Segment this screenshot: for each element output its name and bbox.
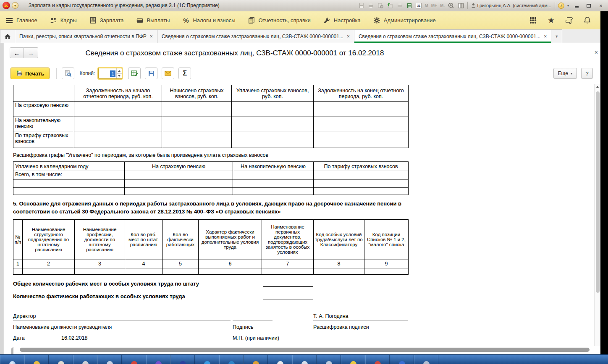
table-edit-icon [131, 70, 138, 77]
print-button[interactable]: Печать [10, 68, 50, 79]
home-icon [4, 34, 11, 39]
apps-grid-icon[interactable] [529, 16, 537, 24]
menu-item-administration[interactable]: Администрирование [373, 17, 436, 24]
scroll-up-icon[interactable] [595, 84, 600, 90]
tab-szv-2-active[interactable]: Сведения о страховом стаже застрахованны… [354, 29, 551, 43]
edit-table-button[interactable] [128, 68, 141, 79]
start-button[interactable] [0, 354, 24, 364]
minimize-button[interactable] [572, 2, 581, 9]
taskbar-app-icon[interactable] [365, 354, 390, 364]
memory-mminus-icon[interactable]: M- [440, 3, 445, 8]
more-button[interactable]: Еще ▾ [553, 68, 577, 79]
column-number-cell: 1 [13, 260, 23, 268]
taskbar-app-icon[interactable] [146, 354, 170, 364]
memory-m-icon[interactable]: M [425, 3, 428, 8]
taskbar-app-icon[interactable] [341, 354, 365, 364]
menu-item-payments[interactable]: Выплаты [136, 17, 170, 24]
notifications-bell-icon[interactable] [583, 16, 591, 24]
table-cell [232, 132, 314, 148]
info-icon[interactable]: i [558, 3, 564, 9]
forward-button[interactable]: → [24, 47, 38, 58]
copies-down-icon[interactable] [117, 73, 122, 79]
early-pension-table: № п/п Наименование структурного подразде… [13, 219, 409, 275]
copies-stepper[interactable]: 1 [98, 68, 122, 79]
close-form-icon[interactable]: × [595, 49, 598, 56]
menu-item-taxes[interactable]: % Налоги и взносы [182, 17, 235, 24]
position-field: Директор [13, 313, 231, 320]
current-user[interactable]: Григорьянц А.А. (системный адм... [467, 2, 555, 9]
sum-button[interactable]: Σ [178, 68, 191, 79]
table-cell [233, 188, 314, 195]
taskbar-app-icon[interactable] [24, 354, 49, 364]
taskbar-app-icon[interactable] [390, 354, 414, 364]
vertical-scroll-thumb[interactable] [596, 91, 600, 293]
send-email-button[interactable] [162, 68, 174, 79]
calendar-icon[interactable]: 31 [416, 3, 422, 8]
taskbar-app-icon[interactable] [73, 354, 97, 364]
copies-value[interactable]: 1 [99, 68, 116, 78]
info-caret-icon[interactable]: ▾ [567, 4, 569, 8]
table-cell [364, 268, 409, 274]
load-file-icon[interactable] [387, 3, 393, 8]
spreadsheet-document[interactable]: Задолженность на начало отчетного период… [4, 82, 608, 354]
memory-mplus-icon[interactable]: M+ [431, 3, 437, 8]
zoom-icon[interactable] [448, 3, 455, 8]
table-header-cell: Наименование структурного подразделения … [23, 219, 75, 260]
table-header-cell: Код позиции Списков № 1 и 2, "малого" сп… [364, 219, 409, 260]
history-icon[interactable] [565, 16, 573, 24]
taskbar-app-icon[interactable] [414, 354, 438, 364]
vertical-scrollbar[interactable] [594, 84, 600, 346]
tab-close-icon[interactable]: × [347, 34, 350, 39]
taskbar-app-icon[interactable] [195, 354, 219, 364]
save-button[interactable] [145, 68, 157, 79]
print-settings-icon[interactable] [396, 3, 403, 8]
column-number-cell: 3 [75, 260, 125, 268]
tab-szv-1[interactable]: Сведения о страховом стаже застрахованны… [157, 29, 354, 43]
close-window-button[interactable]: × [596, 2, 605, 9]
tab-packs-registers[interactable]: Пачки, реестры, описи квартальной отчетн… [15, 29, 157, 43]
taskbar-app-icon[interactable] [49, 354, 73, 364]
menu-item-settings[interactable]: Настройка [323, 17, 361, 24]
save-icon[interactable] [358, 3, 364, 8]
calculator-icon[interactable] [406, 3, 413, 8]
menu-item-salary[interactable]: Зарплата [89, 17, 124, 24]
taskbar-app-icon[interactable] [268, 354, 292, 364]
date-label: Дата [13, 335, 25, 341]
section-menubar: Главное Кадры Зарплата Выплаты % Налоги … [0, 11, 608, 29]
taskbar-app-icon[interactable] [122, 354, 146, 364]
system-menu-icon[interactable]: ▾ [12, 2, 18, 9]
table-cell [125, 268, 162, 274]
back-button[interactable]: ← [10, 47, 24, 58]
split-view-icon[interactable] [458, 3, 464, 8]
help-button[interactable]: ? [581, 68, 593, 79]
horizontal-scrollbar[interactable] [9, 347, 591, 353]
taskbar-app-icon[interactable] [170, 354, 195, 364]
taskbar-app-icon[interactable] [292, 354, 317, 364]
menu-label: Администрирование [384, 17, 436, 23]
total-staff-label: Общее количество рабочих мест в особых у… [13, 281, 199, 287]
print-icon[interactable] [367, 3, 374, 8]
taskbar-app-icon[interactable] [97, 354, 122, 364]
windows-taskbar [0, 354, 608, 364]
table-header-cell: На страховую пенсию [125, 162, 233, 171]
menu-item-main[interactable]: Главное [6, 17, 37, 24]
menu-item-hr[interactable]: Кадры [50, 17, 77, 24]
table-cell [125, 171, 233, 179]
tab-close-icon[interactable]: × [150, 34, 153, 39]
maximize-button[interactable] [584, 2, 593, 9]
menu-label: Настройка [334, 17, 361, 23]
preview-icon[interactable] [377, 3, 384, 8]
copies-up-icon[interactable] [117, 68, 122, 73]
taskbar-app-icon[interactable] [219, 354, 244, 364]
horizontal-scroll-thumb[interactable] [20, 348, 590, 352]
preview-button[interactable] [62, 68, 74, 79]
menu-item-reports[interactable]: Отчетность, справки [248, 17, 311, 24]
tab-close-icon[interactable]: × [544, 34, 547, 39]
favorites-star-icon[interactable]: ★ [547, 16, 555, 24]
tab-home[interactable] [0, 29, 15, 43]
totals-block: Общее количество рабочих мест в особых у… [13, 280, 408, 307]
column-number-cell: 9 [364, 260, 409, 268]
taskbar-app-icon[interactable] [317, 354, 341, 364]
taskbar-app-icon[interactable] [244, 354, 268, 364]
tab-list-dropdown[interactable]: ▼ [551, 29, 562, 43]
